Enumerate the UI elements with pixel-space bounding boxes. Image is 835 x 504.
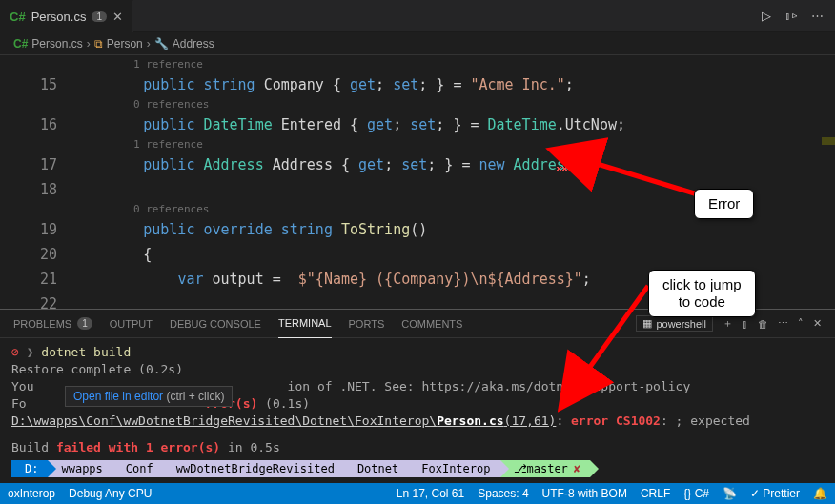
tab-terminal[interactable]: TERMINAL [278,310,332,338]
line-number: 18 [0,177,74,202]
code-line[interactable]: public DateTime Entered { get; set; } = … [74,112,835,137]
csharp-file-icon: C# [13,37,28,50]
tab-ports[interactable]: PORTS [349,318,385,330]
breadcrumb-class[interactable]: Person [107,37,143,50]
line-number: 21 [0,267,74,292]
tab-comments[interactable]: COMMENTS [401,318,462,330]
pw-seg: wwapps [48,460,112,477]
tab-filename: Person.cs [31,10,87,24]
line-number: 20 [0,242,74,267]
status-encoding[interactable]: UTF-8 with BOM [542,487,627,500]
error-icon: ⊘ [11,345,19,359]
terminal-error-line[interactable]: D:\wwapps\Conf\wwDotnetBridgeRevisited\D… [11,413,824,430]
breadcrumb-file[interactable]: Person.cs [31,37,82,50]
status-eol[interactable]: CRLF [641,487,670,500]
line-number: 17 [0,152,74,177]
code-line[interactable]: public Address Address { get; set; } = n… [74,152,835,177]
pw-seg: Dotnet [344,460,408,477]
indent-guide [132,55,132,305]
pw-drive: D: [11,460,48,477]
code-line[interactable]: public string Company { get; set; } = "A… [74,72,835,97]
editor-title-actions: ▷ ⫾▷ ⋯ [762,9,835,23]
terminal[interactable]: ⊘ ❯ dotnet build Restore complete (0.2s)… [0,338,835,483]
line-number: 16 [0,112,74,137]
csharp-file-icon: C# [10,10,26,24]
powerline-prompt: D: wwapps Conf wwDotnetBridgeRevisited D… [11,460,824,477]
status-config[interactable]: Debug Any CPU [69,487,152,500]
breadcrumb[interactable]: C# Person.cs › ⧉ Person › 🔧 Address [0,32,835,55]
tab-problems[interactable]: PROBLEMS1 [13,317,92,330]
run-icon[interactable]: ▷ [762,9,771,23]
minimap[interactable] [822,55,835,305]
class-icon: ⧉ [94,37,103,50]
code-line[interactable]: public override string ToString() [74,217,835,242]
tab-output[interactable]: OUTPUT [110,318,153,330]
status-project[interactable]: oxInterop [8,487,55,500]
breadcrumb-member[interactable]: Address [173,37,214,50]
codelens[interactable]: 1 reference [74,57,835,72]
terminal-command: dotnet build [41,345,131,359]
run-split-icon[interactable]: ⫾▷ [784,9,798,23]
new-terminal-icon[interactable]: ＋ [723,316,733,331]
annotation-jump: click to jump to code [648,270,756,317]
tab-dirty-badge: 1 [92,11,107,22]
maximize-panel-icon[interactable]: ˄ [798,317,804,330]
pw-seg: wwDotnetBridgeRevisited [163,460,344,477]
more-actions-icon[interactable]: ⋯ [811,9,824,23]
error-squiggle [557,167,568,171]
code-line[interactable]: { [74,242,835,267]
terminal-picker[interactable]: ▦ powershell [636,315,713,332]
code-content[interactable]: 1 reference public string Company { get;… [74,55,835,305]
status-bell-icon[interactable]: 🔔 [813,487,827,500]
annotation-error: Error [694,189,754,219]
kill-terminal-icon[interactable]: 🗑 [758,318,768,330]
tab-strip: C# Person.cs 1 ✕ ▷ ⫾▷ ⋯ [0,0,835,32]
file-link-tooltip: Open file in editor (ctrl + click) [65,386,233,407]
editor-tab[interactable]: C# Person.cs 1 ✕ [0,0,133,32]
codelens[interactable]: 0 references [74,97,835,112]
line-number: 15 [0,72,74,97]
split-terminal-icon[interactable]: ⫿ [743,318,748,330]
status-prettier[interactable]: ✓ Prettier [750,487,800,500]
status-cursor[interactable]: Ln 17, Col 61 [397,487,464,500]
code-editor[interactable]: 15 16 17 18 19 20 21 22 23 1 reference p… [0,55,835,305]
status-spaces[interactable]: Spaces: 4 [478,487,528,500]
line-gutter: 15 16 17 18 19 20 21 22 23 [0,55,74,305]
codelens[interactable]: 1 reference [74,137,835,152]
prompt-icon: ❯ [27,345,34,359]
more-icon[interactable]: ⋯ [778,317,788,330]
chevron-right-icon: › [87,37,91,50]
wrench-icon: 🔧 [154,37,169,50]
status-radio-icon[interactable]: 📡 [723,487,737,500]
line-number: 19 [0,217,74,242]
status-bar: oxInterop Debug Any CPU Ln 17, Col 61 Sp… [0,483,835,504]
file-link[interactable]: D:\wwapps\Conf\wwDotnetBridgeRevisited\D… [11,413,556,428]
tab-close-icon[interactable]: ✕ [112,10,123,24]
terminal-line: Restore complete (0.2s) [11,361,824,378]
pw-seg: FoxInterop [408,460,499,477]
terminal-line: Build failed with 1 error(s) in 0.5s [11,439,824,456]
pw-branch: ⎇master✘ [500,460,591,477]
close-panel-icon[interactable]: ✕ [813,317,822,330]
chevron-right-icon: › [147,37,151,50]
panel-actions: ▦ powershell ＋ ⫿ 🗑 ⋯ ˄ ✕ [636,315,822,332]
status-language[interactable]: {} C# [683,487,709,500]
tab-debug-console[interactable]: DEBUG CONSOLE [170,318,261,330]
